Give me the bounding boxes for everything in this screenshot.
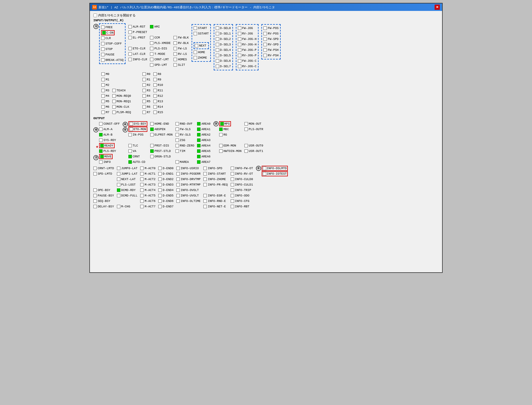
cb-D-SEL7[interactable]: [216, 65, 219, 68]
cb-FW-JOG-P[interactable]: [238, 48, 241, 52]
cb-INFO-RBT[interactable]: [231, 205, 234, 208]
cb-INFO-CLR[interactable]: [128, 58, 132, 61]
cb-RV-POS[interactable]: [263, 32, 267, 35]
cb-FW-JOG-C[interactable]: [238, 59, 241, 63]
cb-TLC[interactable]: [128, 144, 132, 147]
cb-PAUSE-BSY[interactable]: [93, 194, 97, 197]
cb-PLS-XMODE[interactable]: [150, 41, 153, 45]
cb-P-PRESET[interactable]: [128, 30, 132, 34]
cb-ZSG[interactable]: [176, 138, 179, 142]
cb-R1[interactable]: [142, 78, 146, 81]
cb-R10[interactable]: [153, 83, 157, 87]
cb-CON[interactable]: [102, 31, 106, 34]
cb-RV-SLS[interactable]: [176, 133, 179, 136]
cb-AREA7[interactable]: [197, 160, 201, 164]
cb-M4[interactable]: [101, 94, 105, 98]
cb-RND-OVF[interactable]: [176, 122, 179, 126]
cb-M-ACT0[interactable]: [140, 167, 144, 170]
cb-RV-SPD[interactable]: [263, 43, 267, 46]
cb-CONST-OFF[interactable]: [99, 122, 103, 126]
cb-INFO-RV-OT[interactable]: [231, 172, 234, 176]
cb-INFO-EGR-E[interactable]: [203, 194, 207, 197]
cb-HWTOIN-MON[interactable]: [219, 149, 223, 153]
cb-INFO-SPD[interactable]: [203, 167, 207, 170]
cb-SPD-LMTD[interactable]: [93, 172, 97, 176]
cb-D-SEL4[interactable]: [216, 48, 219, 52]
cb-PRST-STLD[interactable]: [150, 149, 154, 153]
cb-SEQ-BSY[interactable]: [93, 199, 97, 203]
cb-INFO-PR-REQ[interactable]: [203, 183, 207, 186]
cb-ABSPEN[interactable]: [150, 128, 154, 131]
cb-AREA0[interactable]: [197, 122, 201, 126]
cb-M-ACT4[interactable]: [140, 188, 144, 192]
cb-INFO-USRIO[interactable]: [176, 167, 180, 170]
cb-R2[interactable]: [142, 83, 146, 87]
cb-INFO[interactable]: [99, 160, 103, 164]
cb-HOMES[interactable]: [174, 58, 177, 61]
cb-FW-JOG-H[interactable]: [238, 37, 241, 41]
cb-SSTART[interactable]: [194, 32, 197, 35]
cb-MOVE[interactable]: [100, 155, 104, 158]
cb-R7[interactable]: [142, 111, 146, 114]
cb-R6[interactable]: [142, 105, 146, 109]
cb-FW-SLS[interactable]: [176, 128, 179, 131]
cb-D-END0[interactable]: [158, 167, 162, 170]
cb-R8[interactable]: [153, 72, 157, 76]
cb-PLS-OUTR[interactable]: [244, 128, 248, 131]
cb-RG[interactable]: [219, 133, 223, 136]
cb-PLSM-REQ[interactable]: [112, 111, 116, 114]
cb-D-END3[interactable]: [158, 183, 162, 186]
cb-INFO-CULD1[interactable]: [231, 183, 234, 186]
close-button[interactable]: ✕: [435, 5, 440, 10]
cb-CCM[interactable]: [150, 36, 153, 39]
cb-ETO-MON[interactable]: [130, 128, 133, 131]
cb-M-CHG[interactable]: [117, 205, 120, 208]
cb-R13[interactable]: [153, 100, 157, 103]
cb-AREA6[interactable]: [197, 155, 201, 158]
cb-STOP-COFF[interactable]: [101, 42, 105, 45]
cb-M2[interactable]: [101, 83, 105, 87]
cb-LAT-CLR[interactable]: [128, 52, 132, 56]
cb-IN-POS[interactable]: [128, 133, 132, 136]
cb-ALM-RST[interactable]: [128, 25, 132, 28]
cb-M3[interactable]: [101, 89, 105, 92]
cb-R14[interactable]: [153, 105, 157, 109]
cb-HOME-END[interactable]: [150, 122, 154, 126]
cb-ALM-A[interactable]: [99, 128, 103, 131]
cb-R15[interactable]: [153, 111, 157, 114]
cb-START[interactable]: [194, 26, 197, 30]
cb-INFO-MTRTMP[interactable]: [176, 183, 180, 186]
cb-D-END2[interactable]: [158, 178, 162, 181]
cb-R4[interactable]: [142, 94, 146, 98]
cb-D-END5[interactable]: [158, 194, 162, 197]
cb-AREA4[interactable]: [197, 144, 201, 147]
cb-INFO-DSLMTD[interactable]: [263, 167, 266, 170]
cb-R0[interactable]: [142, 72, 146, 76]
cb-D-SEL2[interactable]: [216, 37, 219, 41]
cb-R9[interactable]: [153, 78, 157, 81]
cb-ETO-CLR[interactable]: [128, 47, 132, 50]
cb-HOME[interactable]: [194, 51, 197, 54]
cb-R12[interactable]: [153, 94, 157, 98]
cb-TEACH[interactable]: [112, 89, 116, 92]
cb-JUMP0-LAT[interactable]: [117, 167, 120, 170]
cb-DCMD-RDY[interactable]: [117, 188, 120, 192]
cb-D-END7[interactable]: [158, 205, 162, 208]
cb-MAREA[interactable]: [176, 160, 179, 164]
cb-INFO-FW-OT[interactable]: [231, 167, 234, 170]
cb-CLR[interactable]: [101, 36, 105, 40]
cb-T-MODE[interactable]: [150, 52, 153, 56]
cb-STOP[interactable]: [101, 47, 105, 51]
cb-INFO-RND-E[interactable]: [203, 199, 207, 203]
cb-M-ACT3[interactable]: [140, 183, 144, 186]
cb-RV-PSH[interactable]: [263, 54, 267, 57]
cb-R5[interactable]: [142, 100, 146, 103]
cb-D-SEL3[interactable]: [216, 43, 219, 46]
cb-INFO-TRIP[interactable]: [231, 188, 234, 192]
cb-TIM[interactable]: [176, 149, 179, 153]
cb-RV-JOG[interactable]: [238, 32, 241, 35]
cb-INFO-ZHOME[interactable]: [203, 178, 207, 181]
cb-R11[interactable]: [153, 89, 157, 92]
cb-SYS-BSY[interactable]: [130, 122, 133, 126]
cb-INFO-START[interactable]: [203, 172, 207, 176]
